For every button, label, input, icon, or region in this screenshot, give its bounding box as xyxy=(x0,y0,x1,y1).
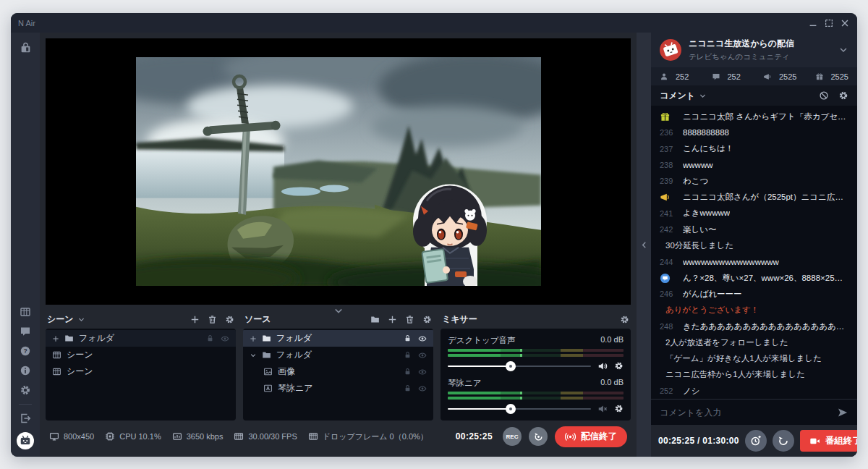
mixer-body: デスクトップ音声 0.0 dB xyxy=(441,329,631,421)
channel-settings-gear-icon[interactable] xyxy=(614,404,624,413)
add-scene-icon[interactable] xyxy=(190,315,200,324)
maximize-icon[interactable] xyxy=(824,18,834,28)
comment-input[interactable] xyxy=(660,407,831,418)
megaphone-icon xyxy=(763,72,772,81)
source-folder-row[interactable]: フォルダ xyxy=(243,347,433,363)
lock-icon[interactable] xyxy=(404,368,412,376)
sources-panel-title: ソース xyxy=(244,313,271,326)
dropped-frames-icon xyxy=(308,431,318,441)
settings-gear-icon[interactable] xyxy=(20,384,31,396)
scene-settings-gear-icon[interactable] xyxy=(225,315,234,324)
resolution-stat: 800x450 xyxy=(49,431,94,441)
stream-preview[interactable] xyxy=(46,38,631,305)
bag-icon[interactable] xyxy=(20,42,32,54)
dock-panels: シーン フォルダ xyxy=(46,310,631,421)
window-controls xyxy=(808,18,850,28)
channel-settings-gear-icon[interactable] xyxy=(614,361,624,371)
scenes-dropdown-chevron-icon[interactable] xyxy=(77,316,85,324)
comment-row-ad: ニコニコ太郎さんが（2525pt）ニコニ広告しました xyxy=(651,189,857,205)
title-bar: N Air xyxy=(11,13,857,33)
monitor-icon xyxy=(49,431,59,441)
preview-video-frame xyxy=(136,57,541,286)
feedback-chat-icon[interactable] xyxy=(20,326,31,337)
comment-input-bar xyxy=(651,399,857,425)
speaker-icon[interactable] xyxy=(597,361,608,371)
source-settings-gear-icon[interactable] xyxy=(422,315,432,324)
mixer-settings-gear-icon[interactable] xyxy=(620,315,629,324)
program-header: ニコニコ生放送からの配信 テレビちゃんのコミュニティ xyxy=(651,33,857,67)
volume-slider[interactable] xyxy=(448,360,591,371)
add-source-icon[interactable] xyxy=(388,315,397,324)
extend-time-button[interactable] xyxy=(745,430,767,452)
image-source-icon xyxy=(263,367,273,376)
text-source-icon xyxy=(263,384,273,393)
camera-icon xyxy=(809,436,820,447)
dropped-frames-stat: ドロップフレーム 0（0.0%） xyxy=(308,431,428,442)
niconico-live-panel: ニコニコ生放送からの配信 テレビちゃんのコミュニティ 252 252 2525 xyxy=(651,33,857,457)
program-dropdown-chevron-icon[interactable] xyxy=(838,45,848,55)
scene-label: シーン xyxy=(67,366,93,378)
user-avatar[interactable] xyxy=(17,432,34,449)
comment-row: 237こんにちは！ xyxy=(651,141,857,157)
expand-folder-plus-icon[interactable] xyxy=(52,335,59,342)
speaker-muted-icon[interactable] xyxy=(597,404,608,414)
block-ng-icon[interactable] xyxy=(819,90,829,101)
minimize-icon[interactable] xyxy=(808,18,818,28)
scene-folder-row[interactable]: フォルダ xyxy=(46,330,236,347)
comment-list[interactable]: ニコニコ太郎 さんからギフト「赤カプセル（30pt）」を贈り… 23688888… xyxy=(651,106,857,399)
scene-collection-icon[interactable] xyxy=(20,306,31,318)
close-icon[interactable] xyxy=(840,18,850,28)
collapse-folder-chevron-icon[interactable] xyxy=(250,352,257,359)
replay-history-button[interactable] xyxy=(529,427,548,446)
main-area: シーン フォルダ xyxy=(40,33,637,457)
help-icon[interactable] xyxy=(20,345,31,357)
eye-icon[interactable] xyxy=(418,384,427,393)
send-comment-button[interactable] xyxy=(837,407,848,418)
cpu-stat: CPU 10.1% xyxy=(105,431,161,441)
lock-icon[interactable] xyxy=(404,351,412,359)
comment-row-system: 2人が放送者をフォローしました xyxy=(651,334,857,350)
refresh-button[interactable] xyxy=(773,430,794,452)
slider-knob[interactable] xyxy=(506,361,516,371)
source-text-row[interactable]: 琴詠ニア xyxy=(243,380,433,397)
eye-icon[interactable] xyxy=(418,351,427,360)
eye-icon[interactable] xyxy=(418,334,427,343)
right-panel-collapse-strip[interactable] xyxy=(637,33,651,457)
lock-icon[interactable] xyxy=(404,334,412,342)
cpu-icon xyxy=(105,431,115,441)
scene-row[interactable]: シーン xyxy=(46,347,236,363)
eye-icon[interactable] xyxy=(221,334,229,343)
vu-meter xyxy=(448,349,624,352)
source-folder-row-selected[interactable]: フォルダ xyxy=(243,330,433,347)
end-stream-button[interactable]: 配信終了 xyxy=(555,426,627,447)
remove-scene-icon[interactable] xyxy=(208,315,217,324)
logout-icon[interactable] xyxy=(20,413,31,424)
comments-stat: 252 xyxy=(712,72,764,81)
expand-folder-plus-icon[interactable] xyxy=(250,335,257,342)
lock-icon[interactable] xyxy=(404,384,412,392)
status-bar: 800x450 CPU 10.1% 3650 kbps 30.00/30 FPS… xyxy=(40,421,637,457)
send-icon xyxy=(837,407,848,418)
stream-elapsed-time: 00:25:25 xyxy=(456,431,493,441)
end-program-button[interactable]: 番組終了 xyxy=(800,430,857,452)
volume-slider[interactable] xyxy=(448,403,591,414)
source-image-row[interactable]: 画像 xyxy=(243,363,433,380)
comment-filter-chevron-icon[interactable] xyxy=(699,92,707,100)
eye-icon[interactable] xyxy=(418,368,427,376)
add-folder-icon[interactable] xyxy=(370,315,380,324)
remove-source-icon[interactable] xyxy=(405,315,414,324)
lock-icon[interactable] xyxy=(206,334,214,342)
slider-knob[interactable] xyxy=(506,404,516,414)
scene-label: シーン xyxy=(67,349,93,361)
record-button[interactable]: REC xyxy=(503,427,522,446)
folder-icon xyxy=(262,334,271,343)
scene-folder-label: フォルダ xyxy=(79,332,114,345)
refresh-icon xyxy=(778,435,789,447)
scene-icon xyxy=(52,350,61,360)
scene-row[interactable]: シーン xyxy=(46,363,236,380)
comment-settings-gear-icon[interactable] xyxy=(838,90,848,101)
poll-bubble-icon xyxy=(660,273,671,284)
info-icon[interactable] xyxy=(20,365,31,376)
collapse-panels-chevron-icon[interactable] xyxy=(333,305,344,316)
community-avatar[interactable] xyxy=(660,39,681,61)
